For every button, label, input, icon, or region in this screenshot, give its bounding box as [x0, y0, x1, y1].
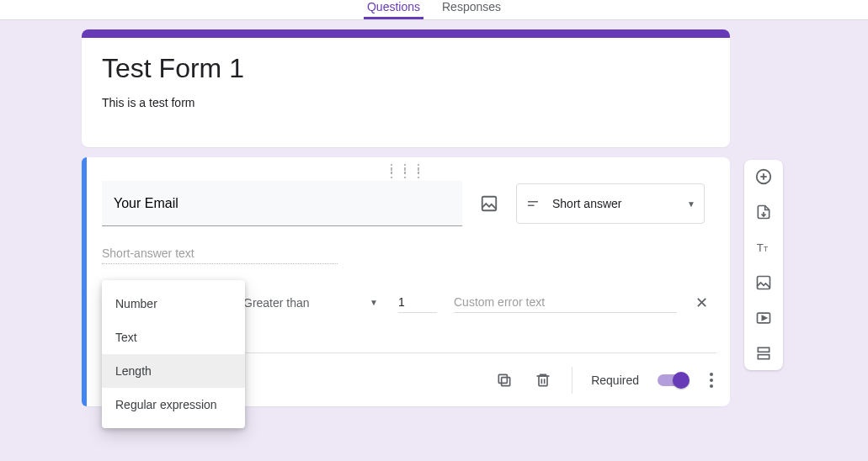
- import-questions-icon[interactable]: [754, 202, 774, 222]
- tab-responses[interactable]: Responses: [439, 1, 504, 19]
- form-description[interactable]: This is a test form: [102, 96, 710, 109]
- form-tabs: Questions Responses: [0, 0, 868, 20]
- drag-handle-icon[interactable]: ⋮⋮⋮⋮⋮⋮: [386, 166, 426, 176]
- svg-rect-17: [758, 355, 769, 359]
- svg-rect-13: [758, 277, 770, 289]
- add-section-icon[interactable]: [754, 343, 774, 363]
- svg-rect-3: [502, 377, 510, 385]
- validation-value-input[interactable]: [398, 292, 437, 313]
- tab-questions-label: Questions: [367, 0, 420, 13]
- tab-responses-label: Responses: [442, 0, 501, 13]
- validation-type-option-length[interactable]: Length: [102, 354, 245, 388]
- more-options-icon[interactable]: [706, 369, 716, 391]
- validation-error-input[interactable]: [454, 292, 677, 313]
- svg-marker-15: [762, 316, 766, 321]
- tab-questions[interactable]: Questions: [364, 1, 423, 19]
- svg-rect-16: [758, 347, 769, 352]
- required-label: Required: [591, 374, 639, 387]
- svg-rect-5: [539, 376, 547, 386]
- short-answer-placeholder: Short-answer text: [102, 246, 338, 264]
- question-active-indicator: [82, 157, 87, 406]
- add-image-icon[interactable]: [479, 193, 499, 214]
- validation-type-menu: Number Text Length Regular expression: [102, 280, 245, 428]
- form-header-accent: [82, 29, 730, 38]
- required-toggle[interactable]: [658, 374, 688, 386]
- validation-type-option-regex[interactable]: Regular expression: [102, 388, 245, 421]
- duplicate-button[interactable]: [494, 370, 514, 390]
- validation-type-option-text[interactable]: Text: [102, 321, 245, 354]
- svg-rect-0: [482, 197, 497, 211]
- question-header-row: Short answer ▼: [102, 181, 710, 226]
- svg-rect-4: [499, 374, 508, 383]
- validation-type-option-number[interactable]: Number: [102, 287, 245, 321]
- form-stage: Test Form 1 This is a test form ⋮⋮⋮⋮⋮⋮ S…: [0, 20, 868, 461]
- add-question-icon[interactable]: [754, 167, 774, 187]
- add-video-icon[interactable]: [754, 308, 774, 328]
- add-title-icon[interactable]: TT: [754, 237, 774, 257]
- short-answer-icon: [525, 196, 541, 211]
- form-header-card: Test Form 1 This is a test form: [82, 29, 730, 147]
- side-toolbar: TT: [744, 160, 783, 370]
- delete-button[interactable]: [533, 370, 553, 390]
- svg-text:T: T: [764, 245, 768, 253]
- chevron-down-icon: ▼: [370, 298, 378, 307]
- svg-text:T: T: [757, 241, 764, 254]
- validation-operator-select[interactable]: Greater than ▼: [243, 296, 381, 310]
- add-image-tool-icon[interactable]: [754, 273, 774, 293]
- footer-divider: [572, 367, 572, 394]
- chevron-down-icon: ▼: [687, 199, 695, 209]
- question-type-select[interactable]: Short answer ▼: [516, 183, 705, 224]
- remove-validation-icon[interactable]: ✕: [694, 294, 710, 312]
- question-title-input[interactable]: [102, 181, 462, 226]
- form-title[interactable]: Test Form 1: [102, 53, 710, 84]
- validation-operator-label: Greater than: [243, 296, 310, 310]
- question-type-label: Short answer: [552, 197, 675, 210]
